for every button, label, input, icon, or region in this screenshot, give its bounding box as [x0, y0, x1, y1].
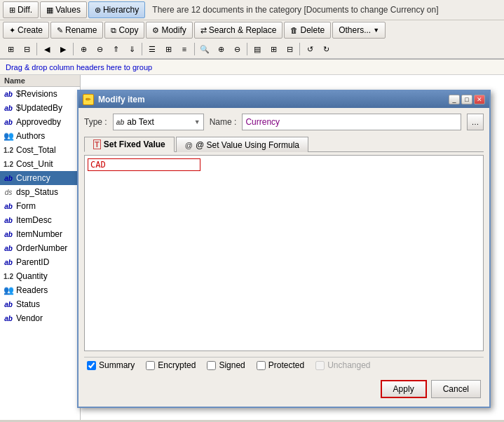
type-select-label: ab ab Text	[116, 117, 193, 127]
signed-checkbox-label[interactable]: Signed	[207, 360, 245, 370]
type-label: Type :	[84, 117, 107, 127]
formula-icon: @	[185, 141, 193, 149]
minimize-button[interactable]: _	[449, 95, 460, 104]
value-input-line	[88, 158, 480, 171]
modal-body: Type : ab ab Text ▼ Name : … T Set Fixed…	[79, 108, 489, 407]
apply-button[interactable]: Apply	[381, 380, 427, 398]
summary-checkbox[interactable]	[87, 361, 96, 370]
name-extra-button[interactable]: …	[467, 114, 484, 130]
modal-title-left: ✏ Modify item	[83, 94, 145, 105]
encrypted-checkbox-label[interactable]: Encrypted	[146, 360, 196, 370]
protected-checkbox[interactable]	[257, 361, 266, 370]
tab-row: T Set Fixed Value @ @ Set Value Using Fo…	[84, 136, 484, 152]
type-select[interactable]: ab ab Text ▼	[113, 114, 204, 130]
modal-titlebar: ✏ Modify item _ □ ✕	[79, 91, 489, 108]
value-text-input[interactable]	[88, 158, 200, 171]
checkboxes-row: Summary Encrypted Signed Protected Uncha…	[84, 357, 484, 373]
type-name-row: Type : ab ab Text ▼ Name : …	[84, 114, 484, 130]
tab-formula-value[interactable]: @ @ Set Value Using Formula	[176, 137, 308, 152]
ab-icon: ab	[116, 118, 125, 126]
modal-overlay: ✏ Modify item _ □ ✕ Type : ab ab Text ▼	[0, 0, 504, 422]
type-dropdown-arrow: ▼	[194, 118, 200, 125]
text-icon: T	[93, 139, 101, 149]
protected-checkbox-label[interactable]: Protected	[257, 360, 304, 370]
signed-checkbox[interactable]	[207, 361, 216, 370]
maximize-button[interactable]: □	[461, 95, 472, 104]
cancel-button[interactable]: Cancel	[431, 380, 481, 398]
summary-checkbox-label[interactable]: Summary	[87, 360, 135, 370]
value-area[interactable]	[84, 155, 484, 351]
modal-controls: _ □ ✕	[449, 95, 485, 104]
modal-title: Modify item	[98, 95, 145, 104]
name-label: Name :	[210, 117, 237, 127]
buttons-row: Apply Cancel	[84, 377, 484, 401]
close-button[interactable]: ✕	[474, 95, 485, 104]
tab-fixed-value[interactable]: T Set Fixed Value	[84, 137, 175, 152]
unchanged-checkbox-label: Unchanged	[315, 360, 370, 370]
unchanged-checkbox	[315, 361, 325, 370]
encrypted-checkbox[interactable]	[146, 361, 155, 370]
name-input[interactable]	[242, 114, 461, 130]
modify-item-dialog: ✏ Modify item _ □ ✕ Type : ab ab Text ▼	[77, 90, 491, 408]
pencil-icon: ✏	[83, 94, 94, 105]
